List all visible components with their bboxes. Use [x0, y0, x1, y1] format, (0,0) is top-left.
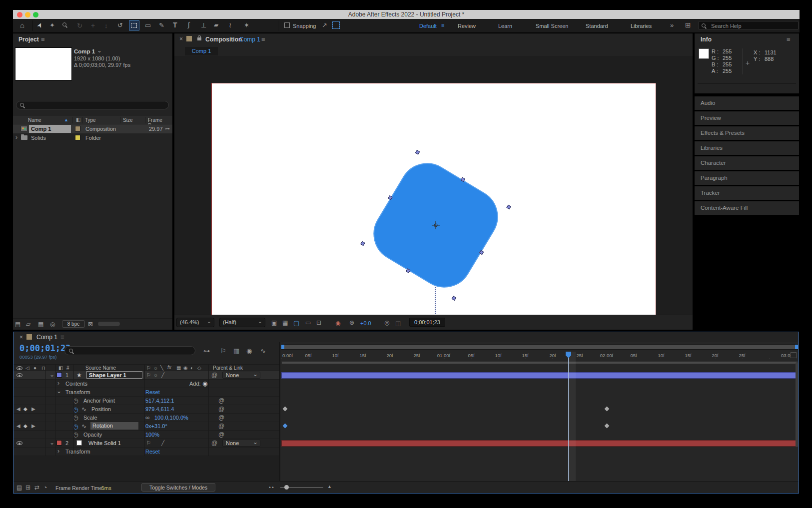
- prop-row-transform-solid[interactable]: › Transform Reset: [13, 448, 279, 456]
- snapping-checkbox[interactable]: [284, 22, 290, 28]
- sidebar-item-content-aware-fill[interactable]: Content-Aware Fill: [695, 201, 799, 215]
- sidebar-item-character[interactable]: Character: [695, 156, 799, 170]
- property-pickwhip-icon[interactable]: @: [218, 432, 224, 438]
- mask-visibility-icon[interactable]: ▢: [293, 319, 299, 327]
- frame-blend-column-icon[interactable]: ▦: [176, 366, 181, 371]
- comp-marker-bin[interactable]: [791, 352, 797, 358]
- layer-bar-solid[interactable]: [281, 440, 798, 447]
- workspace-small-screen[interactable]: Small Screen: [536, 23, 568, 29]
- layer-expand-icon[interactable]: ⌄: [49, 372, 54, 378]
- prop-row-transform[interactable]: ⌄ Transform Reset: [13, 388, 279, 396]
- layer-eye-icon[interactable]: [16, 373, 22, 377]
- project-panel-menu-icon[interactable]: ≡: [41, 36, 45, 42]
- expand-inout-pane-icon[interactable]: ⇄: [34, 485, 39, 491]
- exposure-reset-icon[interactable]: ⊛: [349, 320, 354, 326]
- add-keyframe-icon[interactable]: ◆: [23, 424, 27, 429]
- workspace-learn[interactable]: Learn: [498, 23, 512, 29]
- comp-viewport[interactable]: [174, 56, 693, 315]
- sidebar-item-paragraph[interactable]: Paragraph: [695, 171, 799, 185]
- workspace-default-menu-icon[interactable]: ≡: [441, 22, 444, 28]
- workspace-overflow-icon[interactable]: »: [670, 22, 674, 28]
- preview-timecode-box[interactable]: 0;00;01;23: [409, 318, 445, 327]
- layer-row-solid[interactable]: ⌄ 2 White Solid 1 ⚐ ╱ @ None ⌄: [13, 439, 279, 447]
- composition-panel-comp-name[interactable]: Comp 1: [239, 36, 260, 43]
- column-source-name[interactable]: Source Name: [85, 365, 116, 371]
- next-keyframe-icon[interactable]: ▶: [31, 407, 35, 412]
- keyframe-rotation-start[interactable]: [283, 424, 288, 429]
- property-pickwhip-icon[interactable]: @: [218, 406, 224, 412]
- workspace-libraries[interactable]: Libraries: [631, 23, 652, 29]
- timeline-menu-icon[interactable]: ≡: [60, 334, 64, 340]
- timeline-zoom-slider-knob[interactable]: [284, 485, 289, 490]
- timeline-vscrollbar[interactable]: [796, 362, 798, 447]
- layer-color-swatch[interactable]: [56, 440, 62, 446]
- motion-blur-toggle-icon[interactable]: ◉: [246, 348, 252, 354]
- project-search-input[interactable]: [16, 101, 169, 109]
- magnification-dropdown[interactable]: (46.4%) ⌄: [176, 318, 214, 327]
- motion-blur-column-icon[interactable]: ◉: [183, 366, 188, 371]
- label-swatch-tan[interactable]: [75, 126, 80, 131]
- opacity-value[interactable]: 100%: [145, 432, 159, 438]
- snap-expand-icon[interactable]: ↗: [322, 22, 327, 28]
- parent-pickwhip-icon[interactable]: @: [211, 372, 217, 378]
- puppet-pin-tool[interactable]: ✶: [244, 22, 249, 28]
- sidebar-item-effects-presets[interactable]: Effects & Presets: [695, 126, 799, 140]
- anchor-point-value[interactable]: 517.4,112.1: [145, 398, 174, 404]
- brush-tool[interactable]: ∫: [188, 21, 190, 28]
- panel-close-icon[interactable]: ×: [19, 334, 23, 340]
- layer-name[interactable]: White Solid 1: [88, 440, 121, 446]
- workspace-standard[interactable]: Standard: [586, 23, 608, 29]
- sort-up-icon[interactable]: ▲: [64, 117, 68, 122]
- graph-editor-icon[interactable]: ∿: [260, 348, 266, 354]
- dolly-camera-tool[interactable]: ↕: [104, 22, 108, 29]
- time-ruler[interactable]: 0:00f 05f 10f 15f 20f 25f 01:00f 05f 10f…: [280, 352, 800, 359]
- property-pickwhip-icon[interactable]: @: [218, 398, 224, 404]
- type-tool[interactable]: T: [173, 21, 177, 28]
- timeline-search-input[interactable]: [64, 346, 195, 355]
- timeline-zoom-scrollbar[interactable]: [281, 344, 798, 350]
- transform-expand-icon[interactable]: ⌄: [56, 388, 61, 394]
- playhead-line[interactable]: [568, 352, 569, 481]
- quality-column-icon[interactable]: ╲: [160, 366, 163, 371]
- fast-previews-icon[interactable]: ▣: [271, 320, 277, 326]
- shape-tool[interactable]: ▭: [145, 22, 151, 28]
- help-search-input[interactable]: Search Help: [699, 21, 799, 30]
- prop-row-opacity[interactable]: ◷ Opacity 100% @: [13, 431, 279, 439]
- folder-expand-icon[interactable]: ›: [15, 134, 17, 140]
- frame-blending-toggle-icon[interactable]: ▦: [233, 348, 239, 354]
- prop-row-contents[interactable]: › Contents Add: ◉: [13, 380, 279, 388]
- contents-label[interactable]: Contents: [65, 381, 87, 387]
- layer-bar-shape[interactable]: [281, 372, 798, 379]
- pan-behind-anchor-tool[interactable]: [129, 20, 139, 30]
- project-row-name-cell[interactable]: Comp 1: [29, 125, 71, 133]
- prop-row-anchor[interactable]: ◷ Anchor Point 517.4,112.1 @: [13, 397, 279, 405]
- transform-label[interactable]: Transform: [65, 389, 90, 395]
- trash-icon[interactable]: ⊠: [88, 321, 93, 327]
- graph-toggle-icon[interactable]: ∿: [81, 406, 86, 412]
- label-tag-icon[interactable]: ◧: [76, 117, 80, 122]
- layer-row-shape[interactable]: ⌄ 1 ★ Shape Layer 1 ⚐ ☼ ╱ @ None ⌄: [13, 371, 279, 379]
- project-comp-name[interactable]: Comp 1: [74, 48, 95, 54]
- layer-eye-icon[interactable]: [16, 441, 22, 445]
- home-tool[interactable]: ⌂: [20, 21, 24, 29]
- panel-columns-icon[interactable]: ▤: [15, 321, 20, 327]
- column-type[interactable]: Type: [85, 117, 96, 123]
- column-name[interactable]: Name: [28, 117, 41, 123]
- opacity-label[interactable]: Opacity: [83, 432, 102, 438]
- property-pickwhip-icon[interactable]: @: [218, 415, 224, 421]
- position-label[interactable]: Position: [91, 406, 111, 412]
- audio-column-icon[interactable]: ◁: [25, 366, 29, 371]
- transform-label[interactable]: Transform: [65, 449, 90, 455]
- adjustment-column-icon[interactable]: ◐: [190, 366, 193, 371]
- zoom-out-mountain-icon[interactable]: ▲▲: [268, 486, 274, 489]
- property-pickwhip-icon[interactable]: @: [218, 423, 224, 429]
- snapshot-camera-icon[interactable]: ◎: [384, 320, 389, 326]
- transform-reset-link[interactable]: Reset: [145, 389, 160, 395]
- layer-collapse-switch[interactable]: ☼: [153, 373, 158, 378]
- toggle-switches-modes-button[interactable]: Toggle Switches / Modes: [141, 483, 215, 492]
- label-column-icon[interactable]: ◧: [58, 366, 63, 371]
- sidebar-item-preview[interactable]: Preview: [695, 111, 799, 125]
- layer-shy-switch[interactable]: ⚐: [146, 373, 151, 378]
- workspace-review[interactable]: Review: [458, 23, 476, 29]
- transparency-grid-icon[interactable]: ▦: [282, 320, 288, 326]
